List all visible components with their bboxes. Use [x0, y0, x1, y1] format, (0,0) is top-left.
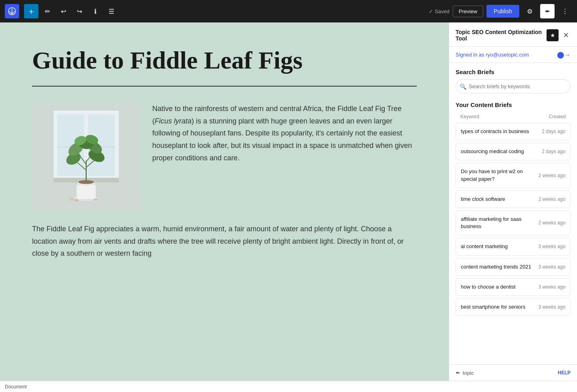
brief-keyword: content marketing trends 2021	[461, 263, 535, 271]
brief-row[interactable]: types of contracts in business 2 days ag…	[456, 123, 571, 140]
briefs-section: Your Content Briefs Keyword Created type…	[449, 97, 577, 364]
list-view-button[interactable]: ☰	[104, 4, 119, 18]
brief-keyword: Do you have to print w2 on special paper…	[461, 168, 535, 182]
brief-keyword: best smartphone for seniors	[461, 303, 535, 311]
intro-text: Native to the rainforests of western and…	[152, 103, 417, 211]
redo-icon: ↪	[77, 8, 82, 15]
brief-created: 2 weeks ago	[539, 220, 565, 226]
sidebar-title: Topic SEO Content Optimization Tool	[456, 29, 547, 42]
add-block-button[interactable]: ＋	[24, 4, 38, 18]
topic-pen-button[interactable]: ✒	[540, 4, 555, 18]
brief-created: 2 days ago	[542, 149, 565, 154]
page-title: Guide to Fiddle Leaf Figs	[32, 46, 417, 74]
plus-icon: ＋	[27, 6, 35, 17]
brief-created: 3 weeks ago	[539, 264, 565, 270]
svg-rect-8	[77, 186, 96, 199]
saved-status: ✓ Saved	[429, 8, 450, 14]
brief-row[interactable]: content marketing trends 2021 3 weeks ag…	[456, 258, 571, 276]
brief-created: 2 weeks ago	[539, 173, 565, 178]
logout-icon: ⬤→	[557, 51, 571, 58]
publish-button[interactable]: Publish	[486, 5, 519, 18]
search-section: Search Briefs 🔍	[449, 63, 577, 97]
paragraph-2: The Fiddle Leaf Fig appreciates a warm, …	[32, 223, 417, 260]
info-icon: ℹ	[94, 8, 97, 15]
title-divider	[32, 86, 417, 87]
brief-created: 3 weeks ago	[539, 244, 565, 249]
main-area: Guide to Fiddle Leaf Figs	[0, 22, 577, 381]
search-input-wrap: 🔍	[456, 79, 571, 93]
help-button[interactable]: HELP	[558, 370, 571, 376]
pen-brand-icon: ✒	[456, 370, 460, 376]
search-briefs-title: Search Briefs	[456, 69, 571, 75]
star-button[interactable]: ★	[547, 29, 559, 41]
brief-row[interactable]: outsourcing medical coding 2 days ago	[456, 143, 571, 160]
undo-button[interactable]: ↩	[56, 4, 71, 18]
svg-point-22	[70, 198, 75, 201]
close-sidebar-button[interactable]: ✕	[561, 30, 571, 40]
user-bar: Signed in as ryo@usetopic.com ⬤→	[449, 47, 577, 63]
brief-row[interactable]: Do you have to print w2 on special paper…	[456, 163, 571, 188]
settings-button[interactable]: ⚙	[523, 4, 537, 18]
close-icon: ✕	[563, 31, 569, 40]
status-bar: Document	[0, 381, 577, 392]
pen-icon: ✒	[545, 8, 550, 15]
preview-button[interactable]: Preview	[453, 6, 483, 17]
brief-keyword: time clock software	[461, 196, 535, 203]
brief-keyword: ai content marketing	[461, 243, 535, 250]
briefs-list: types of contracts in business 2 days ag…	[456, 123, 571, 316]
brief-keyword: types of contracts in business	[461, 128, 538, 135]
brief-row[interactable]: time clock software 2 weeks ago	[456, 190, 571, 208]
sidebar-header: Topic SEO Content Optimization Tool ★ ✕	[449, 22, 577, 47]
more-options-button[interactable]: ⋮	[558, 4, 572, 18]
toolbar-right: ✓ Saved Preview Publish ⚙ ✒ ⋮	[429, 4, 572, 18]
brief-row[interactable]: affiliate marketing for saas business 2 …	[456, 210, 571, 235]
svg-point-24	[94, 198, 98, 201]
brief-created: 2 weeks ago	[539, 196, 565, 202]
sidebar-footer: ✒ topic HELP	[449, 364, 577, 381]
ellipsis-icon: ⋮	[562, 8, 568, 15]
wp-logo[interactable]	[5, 4, 19, 18]
content-block: Native to the rainforests of western and…	[32, 103, 417, 211]
your-content-briefs-title: Your Content Briefs	[456, 101, 571, 108]
brief-row[interactable]: best smartphone for seniors 3 weeks ago	[456, 298, 571, 316]
redo-button[interactable]: ↪	[72, 4, 87, 18]
brief-created: 3 weeks ago	[539, 284, 565, 290]
sidebar-panel: Topic SEO Content Optimization Tool ★ ✕ …	[449, 22, 577, 381]
brief-keyword: outsourcing medical coding	[461, 148, 538, 155]
edit-mode-button[interactable]: ✏	[40, 4, 54, 18]
editor-area: Guide to Fiddle Leaf Figs	[0, 22, 449, 381]
brand-label: topic	[463, 370, 474, 376]
pencil-icon: ✏	[45, 8, 50, 15]
toolbar: ＋ ✏ ↩ ↪ ℹ ☰ ✓ Saved Preview Publish ⚙ ✒ …	[0, 0, 577, 22]
list-icon: ☰	[109, 8, 114, 15]
gear-icon: ⚙	[527, 8, 533, 15]
undo-icon: ↩	[61, 8, 66, 15]
search-input[interactable]	[456, 79, 571, 93]
brand: ✒ topic	[456, 370, 474, 376]
info-button[interactable]: ℹ	[88, 4, 103, 18]
check-icon: ✓	[429, 8, 433, 14]
briefs-table-header: Keyword Created	[456, 112, 571, 123]
brief-row[interactable]: ai content marketing 3 weeks ago	[456, 238, 571, 255]
logout-button[interactable]: ⬤→	[557, 51, 571, 59]
brief-created: 2 days ago	[542, 129, 565, 134]
star-icon: ★	[550, 32, 555, 38]
created-column-header: Created	[549, 114, 566, 119]
user-signed-in-label: Signed in as ryo@usetopic.com	[456, 52, 529, 58]
svg-point-23	[75, 199, 79, 202]
keyword-column-header: Keyword	[460, 114, 479, 119]
brief-row[interactable]: how to choose a dentist 3 weeks ago	[456, 278, 571, 296]
search-icon: 🔍	[460, 83, 466, 90]
brief-keyword: how to choose a dentist	[461, 283, 535, 291]
brief-keyword: affiliate marketing for saas business	[461, 216, 535, 230]
plant-image	[32, 103, 140, 211]
brief-created: 3 weeks ago	[539, 304, 565, 310]
status-label: Document	[5, 384, 27, 390]
